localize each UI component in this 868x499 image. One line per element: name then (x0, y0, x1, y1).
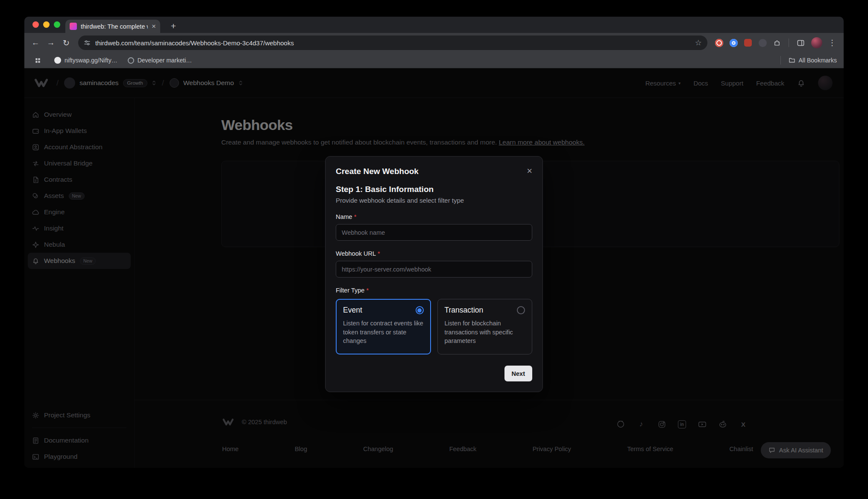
apps-grid-icon[interactable] (33, 56, 42, 65)
extension-icon-2[interactable] (729, 38, 738, 47)
browser-window: thirdweb: The complete web3… × + ← → ↻ t… (24, 17, 844, 468)
webhook-url-label-text: Webhook URL (336, 250, 376, 257)
bookmark-label: niftyswap.gg/Nifty… (65, 57, 117, 64)
filter-option-description: Listen for blockchain transactions with … (445, 319, 525, 345)
name-label: Name * (336, 213, 532, 220)
step-heading: Step 1: Basic Information (336, 185, 532, 194)
filter-option-title: Transaction (445, 306, 484, 315)
extension-icon-3[interactable] (743, 38, 753, 47)
window-close-button[interactable] (32, 21, 39, 28)
bookmarks-bar: niftyswap.gg/Nifty… Developer marketi… A… (24, 53, 844, 68)
radio-selected-icon[interactable] (416, 306, 424, 314)
filter-option-title: Event (343, 306, 362, 315)
address-bar[interactable]: thirdweb.com/team/saminacodes/Webhooks-D… (78, 35, 707, 50)
name-label-text: Name (336, 213, 352, 220)
browser-titlebar: thirdweb: The complete web3… × + (24, 17, 844, 33)
new-tab-button[interactable]: + (168, 21, 179, 32)
webhook-name-input[interactable] (336, 224, 532, 241)
webhook-url-input[interactable] (336, 261, 532, 278)
required-marker: * (366, 287, 369, 294)
window-controls (32, 21, 60, 28)
modal-title: Create New Webhook (336, 167, 419, 176)
forward-icon[interactable]: → (44, 36, 58, 50)
bookmark-item-developer-marketing[interactable]: Developer marketi… (128, 57, 192, 64)
browser-profile-avatar[interactable] (811, 37, 822, 48)
extension-icon-4[interactable] (758, 38, 767, 47)
bookmarks-divider (780, 56, 781, 65)
github-favicon-icon (54, 57, 61, 64)
tab-title: thirdweb: The complete web3… (81, 23, 148, 30)
bookmark-label: Developer marketi… (138, 57, 192, 64)
filter-option-description: Listen for contract events like token tr… (343, 319, 424, 345)
toolbar-divider (789, 38, 789, 47)
tab-close-icon[interactable]: × (152, 23, 156, 30)
window-minimize-button[interactable] (43, 21, 50, 28)
step-subheading: Provide webhook details and select filte… (336, 197, 532, 204)
folder-icon (789, 57, 795, 64)
required-marker: * (378, 250, 380, 257)
filter-option-event[interactable]: Event Listen for contract events like to… (336, 299, 431, 354)
next-button[interactable]: Next (504, 366, 532, 381)
bookmark-star-icon[interactable]: ☆ (695, 39, 702, 47)
browser-menu-icon[interactable]: ⋮ (827, 37, 838, 48)
required-marker: * (354, 213, 357, 220)
bookmark-item-niftyswap[interactable]: niftyswap.gg/Nifty… (54, 57, 117, 64)
filter-type-label-text: Filter Type (336, 287, 364, 294)
site-settings-icon[interactable] (84, 39, 91, 46)
close-icon[interactable]: × (527, 167, 532, 175)
radio-unselected-icon[interactable] (517, 306, 525, 314)
create-webhook-modal: Create New Webhook × Step 1: Basic Infor… (325, 156, 543, 392)
side-panel-icon[interactable] (796, 38, 805, 47)
browser-toolbar: ← → ↻ thirdweb.com/team/saminacodes/Webh… (24, 33, 844, 53)
back-icon[interactable]: ← (29, 36, 42, 50)
filter-option-transaction[interactable]: Transaction Listen for blockchain transa… (437, 299, 533, 354)
all-bookmarks-label: All Bookmarks (799, 57, 837, 64)
filter-type-label: Filter Type * (336, 287, 532, 294)
bookmark-favicon-icon (128, 57, 134, 64)
webhook-url-label: Webhook URL * (336, 250, 532, 257)
window-zoom-button[interactable] (54, 21, 60, 28)
browser-tab[interactable]: thirdweb: The complete web3… × (65, 20, 160, 33)
page-viewport: / saminacodes Growth / Webhooks Demo Res (24, 68, 844, 468)
extensions-puzzle-icon[interactable] (772, 38, 782, 47)
reload-icon[interactable]: ↻ (59, 36, 73, 50)
all-bookmarks-button[interactable]: All Bookmarks (789, 57, 837, 64)
extension-icon-1[interactable] (714, 38, 724, 47)
thirdweb-favicon-icon (70, 23, 77, 30)
url-text: thirdweb.com/team/saminacodes/Webhooks-D… (95, 39, 690, 47)
